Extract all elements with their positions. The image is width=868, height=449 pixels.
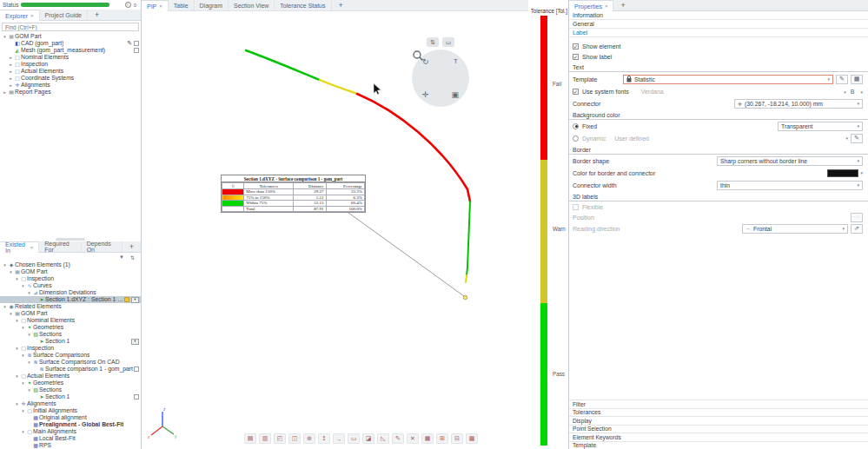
box-checkbox[interactable]	[134, 48, 139, 53]
zoom-icon[interactable]	[412, 50, 424, 62]
tree-row[interactable]: ▸ ▢ Inspection	[0, 61, 141, 68]
reading-direction-select[interactable]: → Frontal ▾	[742, 224, 848, 234]
tree-row[interactable]: ▾ ▦ GOM Part	[0, 310, 141, 317]
tab-project-guide[interactable]: Project Guide	[40, 10, 88, 20]
border-shape-select[interactable]: Sharp corners without border line ▾	[717, 156, 863, 166]
position-button[interactable]: ⋯	[851, 213, 863, 222]
border-color-swatch[interactable]	[827, 169, 858, 177]
deviation-statistics-label[interactable]: Section 1.dXYZ - Surface comparison 1 - …	[221, 175, 366, 213]
tree-row[interactable]: ▾ ▦ GOM Part	[0, 33, 141, 40]
tab-explorer[interactable]: Explorer×	[0, 10, 40, 21]
dynamic-radio[interactable]	[573, 135, 579, 142]
expander-icon[interactable]: ▸	[8, 54, 14, 61]
view-toggle-button[interactable]: ⇅	[427, 37, 439, 47]
split-compare-button[interactable]: ◫	[288, 433, 301, 444]
tree-row[interactable]: ▸ ▢ Coordinate Systems	[0, 75, 141, 82]
tree-row[interactable]: ▾ ▢ Actual Elements	[0, 373, 141, 380]
tab-table[interactable]: Table	[169, 0, 195, 10]
expander-icon[interactable]: ▸	[8, 82, 14, 89]
report-view-button[interactable]: ▥	[259, 433, 271, 444]
tree-row[interactable]: ≋ Surface comparison 1 - gom_part	[0, 366, 141, 373]
tree-row[interactable]: ▾ ▢ Main Alignments	[0, 428, 141, 435]
tab-properties[interactable]: Properties×	[569, 0, 613, 11]
tab-depends-on[interactable]: Depends On	[82, 241, 123, 252]
rectangle-selection-button[interactable]: ▭	[348, 433, 360, 444]
tree-row[interactable]: ▸ ✛ Alignments	[0, 82, 141, 89]
sort-icon[interactable]: ⇅	[130, 254, 135, 261]
transform-button[interactable]: →	[333, 433, 345, 444]
tree-row[interactable]: ▾ ▧ Sections	[0, 386, 141, 393]
pencil-icon[interactable]: ✎	[127, 40, 132, 47]
box-checkbox[interactable]	[134, 366, 139, 372]
tree-row[interactable]: ➤ Section 1.dXYZ : Section 1 : gom_part …	[0, 296, 141, 303]
tree-row[interactable]: ▾ ⊿ Dimension Deviations	[0, 289, 141, 296]
search-input[interactable]	[2, 23, 139, 31]
tree-row[interactable]: ▾ ▢ Nominal Elements	[0, 317, 141, 324]
tree-row[interactable]: ▾ ≋ Surface Comparisons On CAD	[0, 359, 141, 366]
table-view-button[interactable]: ▤	[244, 433, 256, 444]
subtract-selection-button[interactable]: ⊟	[451, 433, 463, 444]
pan-icon[interactable]: ✛	[422, 90, 429, 99]
tree-row[interactable]: ◭ Mesh (gom_part_measurement)	[0, 47, 141, 54]
connector-select[interactable]: ✛ (30.267, -18.214, 10.000) mm ▾	[734, 99, 863, 109]
filter-icon[interactable]: ▼	[119, 254, 124, 260]
expander-icon[interactable]: ▾	[26, 386, 32, 393]
expander-icon[interactable]: ▾	[8, 268, 14, 275]
tab-tolerance-status[interactable]: Tolerance Status	[275, 0, 331, 10]
dropdown-icon[interactable]: ▾	[131, 297, 139, 303]
expander-icon[interactable]: ▸	[8, 61, 14, 68]
tree-row[interactable]: ▾ ✦ Geometries	[0, 324, 141, 331]
property-section[interactable]: Element Keywords	[569, 432, 868, 441]
tree-row[interactable]: ▩ Prealignment - Global Best-Fit	[0, 421, 141, 428]
tree-row[interactable]: ▸ ▢ Nominal Elements	[0, 54, 141, 61]
tab-pip[interactable]: PIP×	[142, 0, 169, 11]
edit-template-button[interactable]: ✎	[836, 75, 848, 84]
tree-row[interactable]: ➤ Section 1 ▾	[0, 338, 141, 345]
tolerance-color-bar[interactable]	[540, 16, 547, 446]
show-label-checkbox[interactable]: ✓	[573, 54, 579, 60]
font-style-select[interactable]: ▾	[860, 89, 863, 95]
use-system-fonts-checkbox[interactable]: ✓	[573, 89, 579, 95]
expander-icon[interactable]: ▾	[14, 317, 20, 324]
template-select[interactable]: Statistic ▾	[623, 75, 833, 84]
expander-icon[interactable]: ▸	[8, 75, 14, 82]
box-checkbox[interactable]	[134, 41, 139, 46]
expander-icon[interactable]: ▾	[20, 407, 26, 414]
property-section[interactable]: Template	[569, 441, 868, 449]
tree-row[interactable]: ▾ ∿ Curves	[0, 282, 141, 289]
connector-width-select[interactable]: thin ▾	[717, 181, 863, 190]
tree-row[interactable]: ▾ ≋ Surface Comparisons	[0, 352, 141, 359]
tab-[interactable]: +	[88, 10, 106, 20]
expander-icon[interactable]: ▾	[26, 359, 32, 366]
edit-selection-button[interactable]: ✎	[392, 433, 404, 444]
sort-table-icon[interactable]: ⇅	[222, 183, 244, 189]
tree-row[interactable]: ▩ Local Best-Fit	[0, 435, 141, 442]
tree-row[interactable]: ◧ CAD (gom_part) ✎	[0, 40, 141, 47]
close-icon[interactable]: ×	[605, 3, 608, 9]
expander-icon[interactable]: ▾	[2, 303, 8, 310]
expander-icon[interactable]: ▾	[8, 310, 14, 317]
viewport-canvas[interactable]: z x y Section 1.dXYZ - Surface compariso…	[142, 11, 528, 449]
expander-icon[interactable]: ▾	[26, 331, 32, 338]
fit-view-button[interactable]: ◰	[274, 433, 286, 444]
expander-icon[interactable]: ▾	[2, 261, 8, 268]
tab-required-for[interactable]: Required For	[39, 241, 81, 252]
tab-diagram[interactable]: Diagram	[195, 0, 229, 10]
expander-icon[interactable]: ▾	[26, 289, 32, 296]
reset-direction-button[interactable]: ⇗	[851, 224, 863, 234]
section-general[interactable]: General	[569, 20, 868, 29]
tab-section-view[interactable]: Section View	[229, 0, 275, 10]
fixed-color-select[interactable]: Transparent ▾	[778, 122, 863, 131]
view-cube-icon[interactable]: ▣	[451, 90, 459, 99]
tree-row[interactable]: ▾ ▢ Inspection	[0, 345, 141, 352]
expander-icon[interactable]: ▾	[14, 345, 20, 352]
tree-row[interactable]: ▾ ✛ Alignments	[0, 400, 141, 407]
viewport[interactable]: PIP×TableDiagramSection ViewTolerance St…	[142, 0, 528, 449]
selection-mode-button[interactable]: ▩	[466, 433, 478, 444]
tab-[interactable]: +	[332, 0, 350, 10]
expander-icon[interactable]: ▾	[20, 380, 26, 386]
flexible-checkbox[interactable]	[573, 204, 579, 210]
tab-existed-in[interactable]: Existed In×	[0, 241, 39, 253]
tab-[interactable]: +	[613, 0, 632, 10]
expander-icon[interactable]: ▾	[14, 400, 20, 407]
